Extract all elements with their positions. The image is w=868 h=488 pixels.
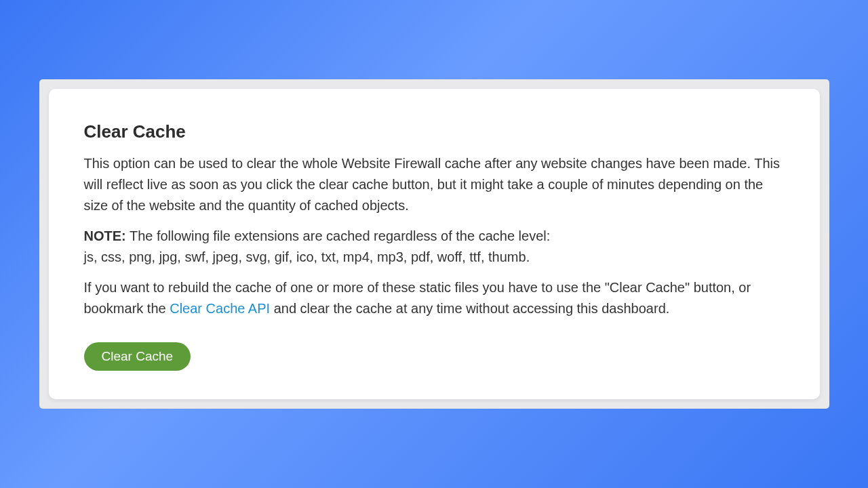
note-text: The following file extensions are cached… <box>126 228 551 243</box>
note-label: NOTE: <box>84 228 126 243</box>
rebuild-post: and clear the cache at any time without … <box>270 301 669 316</box>
clear-cache-button[interactable]: Clear Cache <box>84 342 191 371</box>
note-block: NOTE: The following file extensions are … <box>84 226 785 268</box>
card-title: Clear Cache <box>84 121 785 142</box>
card-description: This option can be used to clear the who… <box>84 153 785 216</box>
rebuild-instructions: If you want to rebuild the cache of one … <box>84 277 785 319</box>
cached-extensions: js, css, png, jpg, swf, jpeg, svg, gif, … <box>84 249 530 264</box>
clear-cache-card: Clear Cache This option can be used to c… <box>49 89 820 399</box>
outer-panel: Clear Cache This option can be used to c… <box>39 79 829 409</box>
clear-cache-api-link[interactable]: Clear Cache API <box>170 301 270 316</box>
